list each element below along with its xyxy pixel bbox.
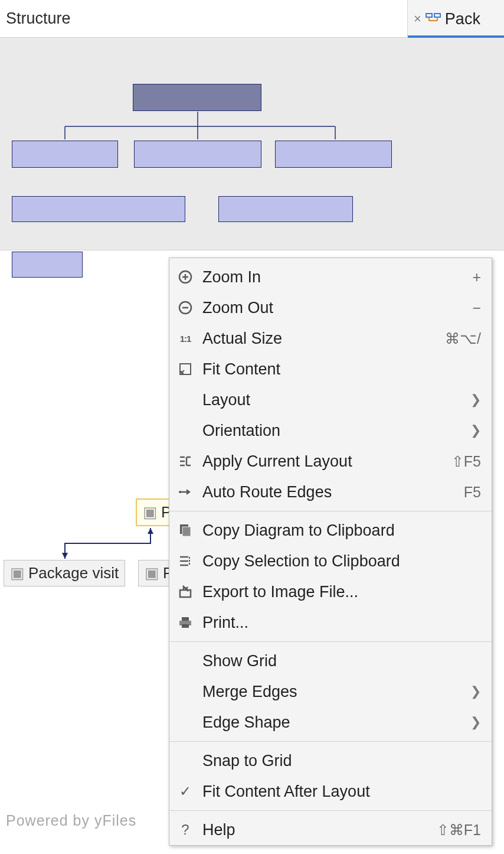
menu-separator — [169, 641, 492, 642]
menu-show-grid[interactable]: Show Grid — [169, 646, 492, 676]
print-icon — [176, 616, 194, 629]
menu-actual-size[interactable]: 1:1 Actual Size ⌘⌥/ — [169, 323, 492, 354]
menu-orientation[interactable]: Orientation ❯ — [169, 415, 492, 446]
chevron-right-icon: ❯ — [470, 423, 481, 438]
menu-apply-layout[interactable]: Apply Current Layout ⇧F5 — [169, 446, 492, 477]
overview-node — [12, 196, 185, 222]
diagram-icon — [425, 12, 441, 25]
menu-copy-selection[interactable]: Copy Selection to Clipboard — [169, 546, 492, 576]
copy-icon — [176, 523, 194, 537]
chevron-right-icon: ❯ — [470, 392, 481, 408]
overview-node — [134, 141, 261, 168]
powered-by: Powered by yFiles — [6, 812, 136, 829]
diagram-node-package-visit[interactable]: ▣ Package visit — [4, 560, 125, 586]
export-icon — [176, 585, 194, 598]
context-menu: Zoom In + Zoom Out − 1:1 Actual Size ⌘⌥/… — [169, 257, 492, 846]
check-icon: ✓ — [176, 783, 194, 800]
svg-rect-12 — [182, 624, 189, 628]
tab-label: Pack — [445, 10, 480, 28]
zoom-in-icon — [176, 270, 194, 284]
svg-rect-8 — [182, 527, 191, 536]
menu-layout[interactable]: Layout ❯ — [169, 384, 492, 415]
zoom-out-icon — [176, 301, 194, 315]
svg-point-6 — [179, 491, 181, 493]
folder-icon: ▣ — [143, 503, 158, 521]
folder-icon: ▣ — [145, 564, 159, 582]
menu-snap-to-grid[interactable]: Snap to Grid — [169, 745, 492, 776]
menu-export[interactable]: Export to Image File... — [169, 576, 492, 607]
svg-rect-9 — [180, 590, 191, 597]
fit-content-icon — [176, 363, 194, 376]
close-icon[interactable]: × — [414, 11, 421, 27]
menu-separator — [169, 741, 492, 742]
menu-fit-content[interactable]: Fit Content — [169, 354, 492, 384]
menu-fit-after-layout[interactable]: ✓ Fit Content After Layout — [169, 776, 492, 807]
chevron-right-icon: ❯ — [470, 684, 481, 699]
menu-print[interactable]: Print... — [169, 607, 492, 638]
svg-rect-0 — [426, 14, 432, 17]
overview-node — [133, 84, 261, 111]
svg-rect-10 — [182, 617, 189, 621]
structure-overview[interactable] — [0, 38, 504, 250]
menu-help[interactable]: ? Help ⇧⌘F1 — [169, 814, 492, 845]
menu-separator — [169, 810, 492, 811]
menu-auto-route[interactable]: Auto Route Edges F5 — [169, 477, 492, 507]
menu-separator — [169, 511, 492, 511]
help-icon: ? — [176, 822, 194, 838]
menu-zoom-out[interactable]: Zoom Out − — [169, 292, 492, 323]
route-icon — [176, 487, 194, 497]
layout-icon — [176, 455, 194, 468]
panel-title: Structure — [6, 9, 444, 28]
overview-node — [218, 196, 353, 222]
chevron-right-icon: ❯ — [470, 715, 481, 730]
actual-size-icon: 1:1 — [176, 334, 194, 344]
menu-merge-edges[interactable]: Merge Edges ❯ — [169, 676, 492, 707]
menu-edge-shape[interactable]: Edge Shape ❯ — [169, 707, 492, 738]
menu-copy-diagram[interactable]: Copy Diagram to Clipboard — [169, 515, 492, 546]
copy-selection-icon — [176, 555, 194, 568]
overview-node — [275, 141, 392, 168]
folder-icon: ▣ — [10, 564, 25, 582]
menu-zoom-in[interactable]: Zoom In + — [169, 262, 492, 292]
editor-tab[interactable]: × Pack — [407, 0, 504, 38]
overview-node — [12, 141, 118, 168]
svg-rect-1 — [434, 14, 440, 17]
